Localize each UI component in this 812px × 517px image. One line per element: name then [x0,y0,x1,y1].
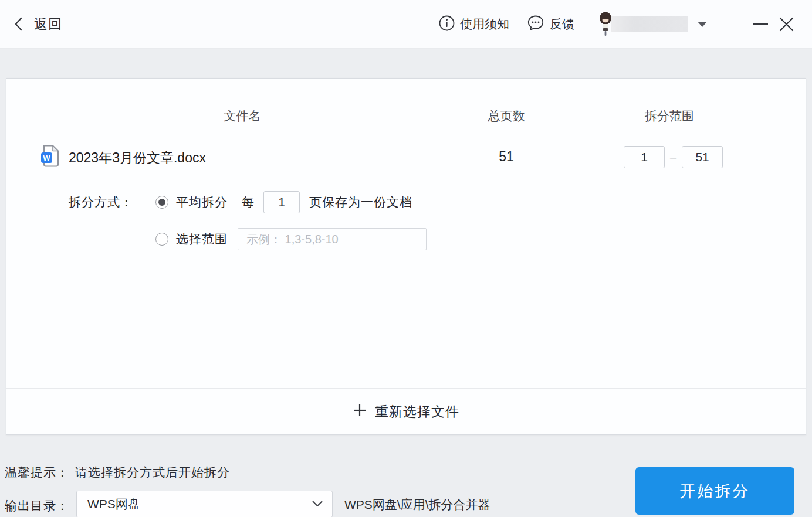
plus-icon [353,403,367,420]
column-header-split-range: 拆分范围 [645,108,694,124]
word-document-icon: W [40,145,59,167]
tip-text: 请选择拆分方式后开始拆分 [75,464,230,481]
average-split-radio[interactable] [155,196,168,209]
info-icon [439,15,455,33]
select-range-label[interactable]: 选择范围 [176,231,228,247]
split-method-label: 拆分方式： [69,194,144,210]
range-end-input[interactable] [682,146,723,168]
file-name: 2023年3月份文章.docx [69,149,206,167]
feedback-button[interactable]: 反馈 [527,15,574,34]
usage-notice-button[interactable]: 使用须知 [439,15,509,33]
app-window: 返回 使用须知 反馈 [0,0,812,517]
minimize-button[interactable] [747,11,773,37]
back-button[interactable]: 返回 [13,15,62,33]
output-directory-label: 输出目录： [5,498,69,514]
feedback-label: 反馈 [550,16,574,32]
split-method-average-row: 拆分方式： 平均拆分 每 页保存为一份文档 [69,190,412,215]
reselect-files-label: 重新选择文件 [375,403,459,421]
output-directory-value: WPS网盘 [87,496,312,512]
average-split-label[interactable]: 平均拆分 [176,194,228,210]
tip-label: 温馨提示： [5,464,69,481]
titlebar-actions: 使用须知 反馈 [439,11,799,37]
chevron-left-icon [13,16,25,32]
split-method-range-row: 选择范围 [155,227,427,251]
range-separator: – [670,151,676,164]
minimize-icon [753,23,768,25]
close-button[interactable] [773,11,799,37]
per-suffix-text: 页保存为一份文档 [309,194,412,210]
total-pages-value: 51 [499,149,514,165]
output-path-text: WPS网盘\应用\拆分合并器 [344,496,490,513]
start-split-button[interactable]: 开始拆分 [635,467,794,515]
output-directory-select[interactable]: WPS网盘 [76,491,333,517]
pages-per-doc-input[interactable] [263,191,300,213]
account-menu[interactable] [598,12,707,36]
chevron-down-icon [312,499,323,509]
range-start-input[interactable] [624,146,665,168]
column-header-filename: 文件名 [224,108,261,124]
select-range-radio[interactable] [155,233,168,246]
back-label: 返回 [34,15,62,33]
tip-row: 温馨提示： 请选择拆分方式后开始拆分 [5,464,230,481]
split-settings-panel: 文件名 总页数 拆分范围 W 2023年3月份文章.docx 51 – 拆分方式… [6,78,806,435]
per-prefix-text: 每 [242,194,254,210]
usage-notice-label: 使用须知 [460,16,509,32]
svg-text:W: W [43,154,50,162]
feedback-chat-icon [527,15,544,34]
username-blurred [611,16,688,32]
close-icon [779,16,794,32]
caret-down-icon [698,22,707,27]
split-range-inputs: – [624,146,723,168]
title-bar: 返回 使用须知 反馈 [0,0,812,49]
range-example-input[interactable] [238,228,427,250]
reselect-files-button[interactable]: 重新选择文件 [6,389,806,434]
titlebar-divider [732,15,732,33]
column-header-total-pages: 总页数 [488,108,525,124]
